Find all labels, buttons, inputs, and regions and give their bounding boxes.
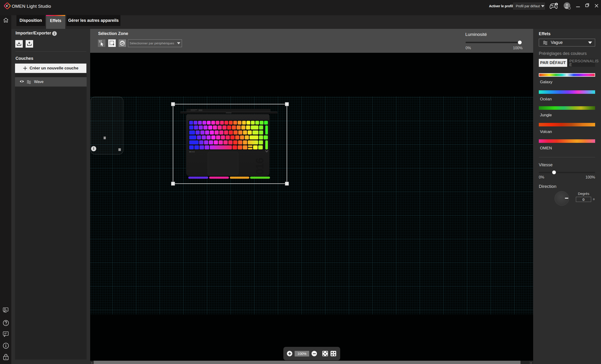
svg-text:MAX: MAX: [189, 151, 195, 153]
svg-text:016: 016: [254, 158, 266, 175]
